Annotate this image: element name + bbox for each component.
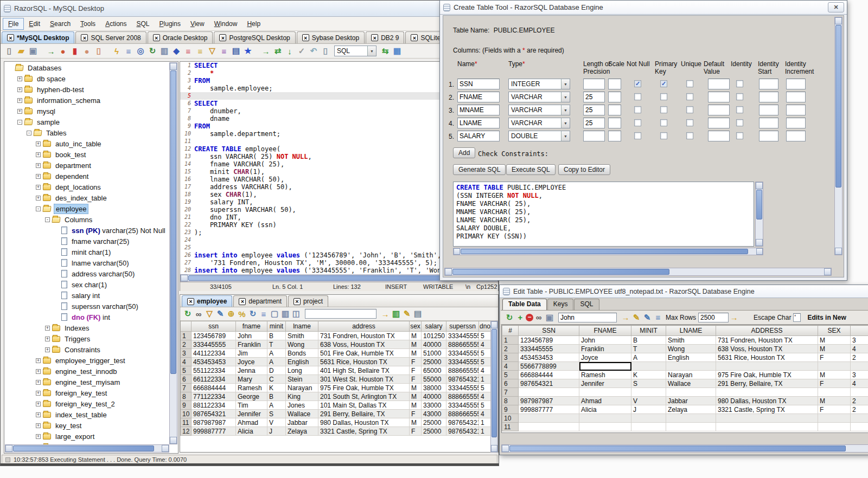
expand-icon[interactable]: +: [36, 174, 41, 179]
results-cell[interactable]: 333445555: [446, 384, 479, 392]
row-number-grey[interactable]: 5: [502, 371, 519, 379]
tree-item[interactable]: -Tables: [5, 127, 169, 138]
scroll-down-arrow[interactable]: [835, 248, 842, 255]
insert-row-icon[interactable]: +: [515, 312, 526, 323]
results-cell[interactable]: 401 High St, Bellaire TX: [318, 366, 410, 375]
results-cell[interactable]: 5: [479, 349, 492, 358]
menu-tools[interactable]: Tools: [75, 18, 100, 29]
tree-item[interactable]: salary int: [5, 290, 169, 301]
search-next-icon[interactable]: →: [620, 312, 631, 323]
window-icon[interactable]: ▢: [269, 308, 280, 319]
tree-item[interactable]: fname varchar(25): [5, 236, 169, 247]
edit-cell[interactable]: F: [818, 353, 851, 362]
identity-start-input[interactable]: [759, 118, 778, 128]
edit-cell[interactable]: 999887777: [519, 405, 579, 414]
partial-cell[interactable]: 4: [851, 379, 868, 388]
database-tree[interactable]: Databases+db space+hyphen-db-test+inform…: [5, 62, 169, 444]
tree-item[interactable]: +large_export: [5, 431, 169, 442]
tree-item[interactable]: minit char(1): [5, 247, 169, 257]
column-header-lname[interactable]: LNAME: [666, 326, 716, 336]
favorites-icon[interactable]: ★: [242, 46, 253, 56]
edit-cell[interactable]: 731 Fondren, Houston TX: [716, 336, 818, 345]
column-name-input[interactable]: [457, 131, 500, 141]
results-cell[interactable]: M: [410, 418, 422, 427]
results-cell[interactable]: M: [410, 401, 422, 410]
menu-help[interactable]: Help: [242, 18, 265, 29]
edit-cell[interactable]: [818, 388, 851, 397]
expand-icon[interactable]: +: [36, 163, 41, 168]
unique-checkbox[interactable]: [686, 106, 693, 113]
menu-sql[interactable]: SQL: [132, 18, 155, 29]
results-cell[interactable]: King: [286, 392, 318, 401]
create-table-titlebar[interactable]: Create Table Tool - RazorSQL Database En…: [440, 1, 847, 15]
partial-cell[interactable]: 3: [851, 371, 868, 379]
partial-cell[interactable]: 2: [851, 353, 868, 362]
column-header-ssn[interactable]: SSN: [519, 326, 579, 336]
results-cell[interactable]: 4: [479, 410, 492, 418]
edit-horizontal-scrollbar[interactable]: [501, 444, 868, 453]
edit-cell[interactable]: Franklin: [579, 345, 631, 353]
edit-cell[interactable]: T: [631, 345, 666, 353]
tree-item[interactable]: superssn varchar(50): [5, 301, 169, 312]
collapse-icon[interactable]: -: [45, 217, 50, 222]
results-cell[interactable]: Mary: [236, 375, 267, 384]
identity-checkbox[interactable]: [736, 93, 743, 100]
expand-icon[interactable]: +: [36, 369, 41, 374]
tree-item[interactable]: +hyphen-db-test: [5, 84, 169, 95]
identity-increment-input[interactable]: [786, 105, 806, 115]
row-number-green[interactable]: 10: [502, 414, 519, 423]
length-input[interactable]: [583, 92, 605, 102]
tree-item[interactable]: sex char(1): [5, 279, 169, 290]
row-number[interactable]: 3: [181, 349, 192, 358]
edit-cell[interactable]: Jennifer: [579, 379, 631, 388]
scale-input[interactable]: [608, 131, 621, 141]
refresh-pages-icon[interactable]: ▥: [391, 308, 401, 319]
results-cell[interactable]: 291 Berry, Bellaire, TX: [318, 410, 410, 418]
edit-cell[interactable]: Alicia: [579, 405, 631, 414]
tree-item[interactable]: dno (FK) int: [5, 312, 169, 322]
list-tables-icon[interactable]: ≡: [183, 46, 194, 56]
results-cell[interactable]: Ahmad: [236, 418, 267, 427]
edit-cell[interactable]: S: [631, 379, 666, 388]
unique-checkbox[interactable]: [686, 119, 693, 126]
expand-icon[interactable]: +: [36, 434, 41, 439]
results-cell[interactable]: 5: [479, 401, 492, 410]
edit-cell[interactable]: Wong: [666, 345, 716, 353]
tree-item[interactable]: +engine_test_myisam: [5, 377, 169, 387]
scroll-up-arrow[interactable]: [835, 17, 842, 24]
chevron-down-icon[interactable]: ▼: [561, 105, 570, 115]
results-cell[interactable]: 101250: [422, 332, 446, 340]
results-cell[interactable]: 1: [479, 427, 492, 436]
results-cell[interactable]: 123456789: [192, 332, 236, 340]
expand-icon[interactable]: +: [17, 109, 22, 114]
chevron-down-icon[interactable]: ▼: [561, 79, 570, 89]
expand-icon[interactable]: +: [36, 152, 41, 157]
results-cell[interactable]: F: [410, 427, 422, 436]
results-cell[interactable]: 5: [479, 332, 492, 340]
results-cell[interactable]: 731 Fondren, Houston TX: [318, 332, 410, 340]
results-cell[interactable]: 666884444: [192, 384, 236, 392]
column-header-ssn[interactable]: ssn: [192, 321, 236, 332]
row-number[interactable]: 7: [181, 384, 192, 392]
tree-item[interactable]: +db space: [5, 73, 169, 84]
edit-page-icon[interactable]: ✎: [401, 308, 412, 319]
generate-sql-button[interactable]: Generate SQL: [453, 164, 506, 175]
edit-cell[interactable]: [716, 414, 818, 423]
partial-cell[interactable]: [851, 414, 868, 423]
edit-cell[interactable]: Wallace: [666, 379, 716, 388]
results-cell[interactable]: A: [267, 349, 286, 358]
column-name-input[interactable]: [457, 92, 500, 102]
results-cell[interactable]: 551122334: [192, 366, 236, 375]
results-cell[interactable]: M: [410, 384, 422, 392]
results-cell[interactable]: 25000: [422, 427, 446, 436]
identity-increment-input[interactable]: [786, 79, 806, 89]
primary-key-checkbox[interactable]: ✓: [660, 80, 667, 87]
expand-icon[interactable]: +: [36, 185, 41, 190]
edit-cell[interactable]: [631, 423, 666, 431]
results-cell[interactable]: 888666555: [446, 410, 479, 418]
row-number[interactable]: 8: [181, 392, 192, 401]
results-cell[interactable]: 987654321: [446, 418, 479, 427]
collapse-icon[interactable]: -: [17, 120, 22, 125]
row-number-green[interactable]: 4: [502, 362, 519, 371]
row-number-green[interactable]: 11: [502, 423, 519, 431]
